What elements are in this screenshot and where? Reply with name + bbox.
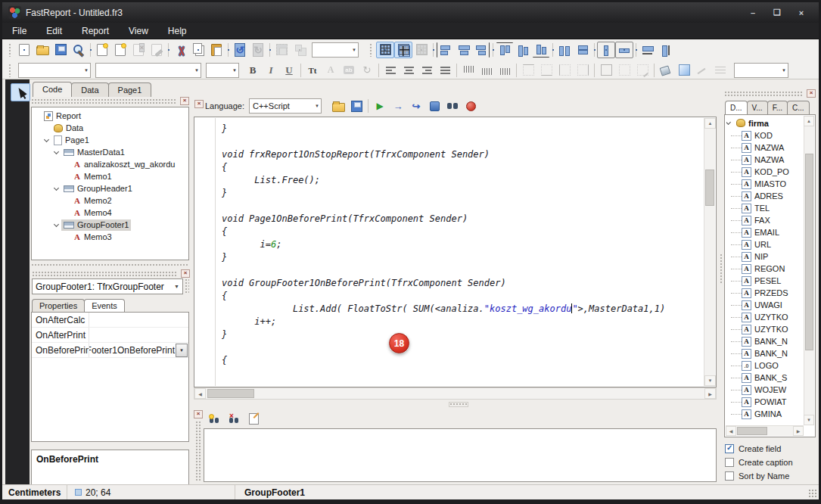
center-horizontal-icon[interactable] (597, 42, 615, 58)
font-color-icon[interactable] (303, 62, 322, 79)
open-report-icon[interactable] (33, 42, 51, 58)
sep-icon[interactable] (378, 64, 379, 77)
designer-tab[interactable]: Data (71, 82, 108, 97)
field-item[interactable]: NAZWA (726, 142, 804, 154)
designer-tab[interactable]: Page1 (108, 82, 152, 97)
close-panel-icon[interactable]: × (181, 269, 190, 278)
valign-bottom-icon[interactable] (496, 62, 514, 79)
tree-item[interactable]: Report (32, 110, 188, 122)
redo-icon[interactable] (249, 42, 267, 58)
scroll-right-icon[interactable]: ▶ (704, 388, 716, 399)
underline-icon[interactable] (280, 62, 298, 79)
sep-icon[interactable] (493, 43, 493, 57)
field-item[interactable]: NIP (726, 250, 804, 263)
combo-gripper[interactable] (185, 278, 189, 294)
field-item[interactable]: PRZEDS (726, 287, 804, 299)
field-item[interactable]: UWAGI (726, 299, 804, 311)
dropdown-icon[interactable]: ▼ (176, 344, 188, 357)
page-settings-icon[interactable] (148, 42, 166, 58)
language-combo[interactable]: C++Script▼ (249, 98, 322, 114)
preview-icon[interactable] (70, 42, 88, 58)
close-button[interactable]: × (791, 6, 811, 19)
field-item[interactable]: NAZWA (726, 154, 804, 166)
field-item[interactable]: UZYTKO (726, 311, 804, 323)
tree-item[interactable]: Memo3 (32, 231, 188, 243)
pause-debug-icon[interactable] (425, 98, 443, 114)
field-item[interactable]: KOD (726, 129, 804, 142)
new-report-icon[interactable] (15, 42, 33, 58)
copy-icon[interactable] (189, 42, 207, 58)
delete-page-icon[interactable] (129, 42, 148, 58)
scroll-thumb[interactable] (705, 170, 714, 206)
font-name-combo[interactable]: ▼ (18, 63, 91, 78)
group-icon[interactable] (272, 42, 291, 58)
scroll-thumb[interactable] (805, 154, 813, 350)
field-item[interactable]: EMAIL (726, 226, 804, 238)
field-item[interactable]: GMINA (726, 408, 804, 420)
field-item[interactable]: PESEL (726, 275, 804, 287)
sep-icon[interactable] (300, 64, 301, 77)
scroll-left-icon[interactable]: ◀ (726, 426, 736, 436)
new-page-icon[interactable] (93, 42, 111, 58)
sep-icon[interactable] (636, 43, 636, 57)
designer-tab[interactable]: Code (33, 82, 72, 97)
field-item[interactable]: URL (726, 238, 804, 250)
zoom-combo[interactable]: ▼ (312, 42, 359, 58)
inspector-row[interactable]: OnBeforePrint GroupFooter1OnBeforePrint▼ (32, 343, 188, 358)
frame-bottom-icon[interactable] (537, 62, 555, 79)
font-name2-combo[interactable]: ▼ (95, 63, 201, 78)
text-align-right-icon[interactable] (418, 62, 436, 79)
scroll-down-icon[interactable]: ▼ (804, 415, 814, 425)
highlight-color-icon[interactable] (322, 62, 340, 79)
scroll-up-icon[interactable]: ▲ (704, 118, 716, 129)
field-item[interactable]: BANK_S (726, 372, 804, 384)
trace-into-icon[interactable] (407, 98, 425, 114)
inspector-row[interactable]: OnAfterCalc ▼ (32, 313, 188, 328)
align-middles-icon[interactable] (514, 42, 532, 58)
watch-list[interactable] (204, 428, 717, 482)
align-lefts-icon[interactable] (436, 42, 454, 58)
field-item[interactable]: REGON (726, 263, 804, 275)
code-vscrollbar[interactable]: ▲ ▼ (704, 118, 715, 386)
align-rights-icon[interactable] (472, 42, 490, 58)
delete-watch-icon[interactable] (225, 411, 243, 428)
sep-icon[interactable] (654, 64, 655, 77)
field-item[interactable]: POWIAT (726, 396, 804, 408)
frame-top-icon[interactable] (519, 62, 537, 79)
code-lines[interactable]: } void frxReport1OnStopReport(TfrxCompon… (222, 123, 701, 385)
watch-panel-handle[interactable]: × (194, 410, 203, 482)
expand-chevron-icon[interactable] (54, 221, 59, 226)
field-item[interactable]: FAX (726, 214, 804, 226)
expand-chevron-icon[interactable] (54, 148, 59, 154)
inspector-tab[interactable]: Properties (32, 299, 85, 312)
frame-left-icon[interactable] (555, 62, 574, 79)
checkbox-icon[interactable] (725, 444, 734, 453)
sep-icon[interactable] (433, 43, 434, 57)
field-item[interactable]: UZYTKO (726, 323, 804, 335)
space-vertical-icon[interactable] (574, 42, 592, 58)
frame-all-icon[interactable] (597, 62, 615, 79)
select-tool-button[interactable] (11, 83, 30, 101)
space-horizontal-icon[interactable] (555, 42, 574, 58)
field-item[interactable]: BANK_N (726, 347, 804, 359)
save-report-icon[interactable] (51, 42, 70, 58)
field-item[interactable]: ADRES (726, 190, 804, 202)
text-highlight-icon[interactable] (340, 62, 358, 79)
style-combo[interactable]: ▼ (734, 63, 788, 78)
tree-item[interactable]: Memo1 (32, 170, 188, 182)
checkbox-icon[interactable] (725, 458, 734, 467)
tree-item[interactable]: Page1 (32, 134, 188, 146)
expand-chevron-icon[interactable] (726, 120, 731, 125)
close-panel-icon[interactable]: × (194, 410, 203, 418)
same-width-icon[interactable] (639, 42, 657, 58)
frame-none-icon[interactable] (615, 62, 633, 79)
field-item[interactable]: LOGO (726, 359, 804, 372)
frame-right-icon[interactable] (574, 62, 592, 79)
dataset-item[interactable]: firma (726, 117, 804, 129)
code-editor[interactable]: } void frxReport1OnStopReport(TfrxCompon… (194, 117, 717, 387)
tree-item[interactable]: analizakoszt_wg_akordu (32, 158, 188, 170)
inspector-tab[interactable]: Events (84, 299, 125, 312)
breakpoint-icon[interactable] (462, 98, 480, 114)
close-panel-icon[interactable]: × (807, 89, 816, 98)
code-hscrollbar[interactable]: ◀ ▶ (194, 387, 717, 400)
